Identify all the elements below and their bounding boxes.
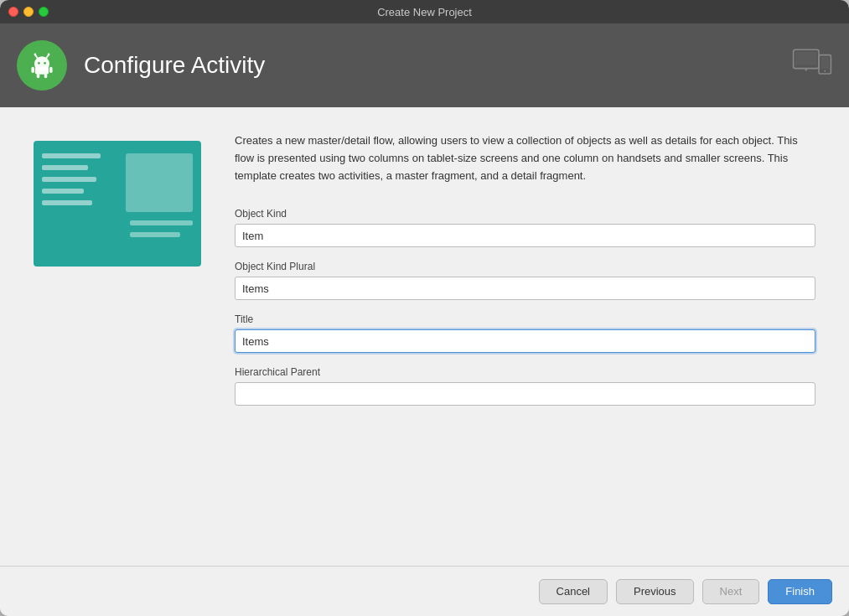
object-kind-input[interactable] (235, 224, 815, 247)
template-preview (34, 141, 201, 267)
maximize-button[interactable] (39, 7, 49, 17)
minimize-button[interactable] (23, 7, 34, 17)
svg-rect-10 (37, 74, 40, 78)
title-group: Title (235, 313, 815, 353)
object-kind-plural-input[interactable] (235, 277, 815, 300)
object-kind-plural-group: Object Kind Plural (235, 261, 815, 300)
object-kind-group: Object Kind (235, 208, 815, 247)
finish-button[interactable]: Finish (768, 579, 832, 604)
tablet-phone-icon (792, 44, 832, 87)
header: Configure Activity (0, 23, 849, 107)
main-content: Creates a new master/detail flow, allowi… (0, 107, 849, 566)
svg-rect-16 (821, 57, 829, 69)
svg-point-5 (38, 62, 40, 65)
main-window: Create New Project (0, 0, 849, 616)
next-button[interactable]: Next (702, 579, 760, 604)
android-studio-icon (17, 40, 67, 91)
hierarchical-parent-label: Hierarchical Parent (235, 366, 815, 378)
svg-point-14 (805, 69, 807, 70)
previous-button[interactable]: Previous (616, 579, 694, 604)
svg-rect-9 (49, 67, 53, 73)
description-text: Creates a new master/detail flow, allowi… (235, 132, 815, 184)
object-kind-label: Object Kind (235, 208, 815, 220)
form-area: Creates a new master/detail flow, allowi… (235, 132, 815, 541)
hierarchical-parent-input[interactable] (235, 382, 815, 406)
svg-rect-7 (35, 67, 49, 75)
cancel-button[interactable]: Cancel (539, 579, 608, 604)
svg-point-17 (824, 70, 826, 72)
title-bar: Create New Project (0, 0, 849, 23)
title-input[interactable] (235, 329, 815, 353)
object-kind-plural-label: Object Kind Plural (235, 261, 815, 272)
close-button[interactable] (8, 7, 18, 17)
hierarchical-parent-group: Hierarchical Parent (235, 366, 815, 406)
title-field-label: Title (235, 313, 815, 325)
svg-point-4 (48, 54, 50, 56)
preview-container (34, 132, 201, 541)
page-title: Configure Activity (84, 52, 265, 79)
traffic-lights (8, 7, 49, 17)
svg-rect-11 (44, 74, 48, 78)
svg-rect-13 (795, 52, 817, 65)
window-title: Create New Project (377, 6, 472, 18)
svg-point-2 (34, 54, 37, 56)
svg-point-6 (44, 62, 46, 65)
svg-rect-8 (31, 67, 34, 73)
footer: Cancel Previous Next Finish (0, 566, 849, 616)
